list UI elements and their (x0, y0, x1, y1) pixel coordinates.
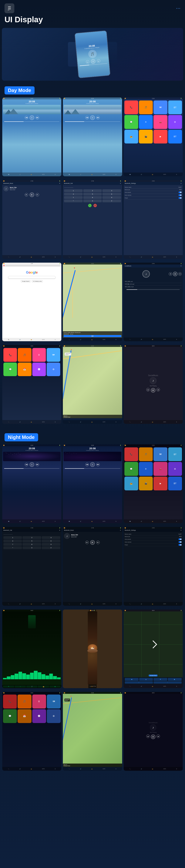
call-btn[interactable]: 📞 (88, 204, 91, 207)
cp-settings2-icon[interactable]: ⚙ (47, 363, 60, 376)
night-play-2[interactable]: ⏸ (90, 462, 95, 467)
night-bt-call-bottom[interactable]: 📞 🔊 📻 AUTO ⚙ (2, 602, 61, 606)
video-icon[interactable]: 🎬 (139, 130, 153, 144)
dial-9[interactable]: 9 (102, 196, 121, 199)
next-btn-1[interactable]: ▶▶ (36, 116, 39, 119)
dial-3[interactable]: 3 (102, 189, 121, 192)
prev-btn-2[interactable]: ◀◀ (85, 116, 89, 119)
cp-calendar-icon[interactable]: 📅 (18, 363, 31, 376)
ncp-music[interactable]: 🎵 (18, 694, 31, 708)
bt-app-icon[interactable]: BT (168, 100, 182, 114)
eq-icon-3[interactable]: 🎵 (26, 685, 37, 688)
google-search-bar[interactable] (8, 276, 55, 279)
night-wave-bottom-icons[interactable]: ≡ ♪ 🎵 📻 ⚙ (2, 685, 61, 688)
next-btn-2[interactable]: ▶▶ (96, 116, 100, 119)
night-bottom-2[interactable]: 📧 🔊 📻 AUTO ⚙ (63, 519, 122, 523)
night-bt-next[interactable]: ⏭ (96, 541, 100, 544)
lucky-btn[interactable]: I'm Feeling Lucky (32, 280, 43, 282)
radio-icon[interactable]: 📻 (125, 130, 138, 144)
nl-bt2[interactable]: BT (168, 476, 182, 490)
bottom-bar-2[interactable]: 📧 🔊 📻 AUTO ⚙ (63, 173, 122, 176)
night-bt-call-close[interactable]: ✕ (59, 530, 60, 531)
local-track-2[interactable]: 年华沉默_103.mp3 (125, 283, 182, 286)
bt-play[interactable]: ▶ (30, 192, 34, 197)
nl-chat[interactable]: 💬 (125, 462, 138, 476)
nl-settings[interactable]: ⚙ (168, 462, 182, 476)
map-bottom[interactable]: 📞 🔊 📻 AUTO ⚙ (63, 338, 122, 341)
dial-0[interactable]: 0 (83, 199, 102, 202)
night-np-prev[interactable]: ⏮ (146, 735, 150, 738)
auto-answer-toggle[interactable] (179, 191, 182, 193)
bt-music-bottom[interactable]: 📞 🔊 📻 AUTO ⚙ (2, 255, 61, 259)
map-app-icon[interactable]: 🗺 (154, 100, 167, 114)
carplay-icon[interactable]: 🚗 (154, 115, 167, 129)
local-music-bottom[interactable]: 📞 🔊 📻 AUTO ⚙ (124, 338, 183, 341)
bt-music-close[interactable]: ✕ (59, 183, 60, 184)
nl-tg[interactable]: ✈ (139, 462, 153, 476)
play-btn-2[interactable]: ⏸ (90, 115, 95, 120)
night-bt-prev[interactable]: ⏮ (85, 541, 89, 544)
night-bt-settings-bottom[interactable]: 📞 🔊 📻 AUTO ⚙ (124, 602, 183, 606)
bottom-bar-launcher[interactable]: 📧 🔊 📻 AUTO ⚙ (124, 173, 183, 176)
dots-menu-button[interactable]: ⋯ (176, 6, 181, 11)
youtube-icon[interactable]: ▶ (154, 130, 167, 144)
eq-icon-2[interactable]: ♪ (15, 685, 26, 688)
night-auto-answer-toggle[interactable] (179, 538, 182, 540)
logo-button[interactable]: ☰━━ (4, 3, 14, 13)
ncp-msg[interactable]: 💬 (3, 709, 17, 723)
not-playing-bottom[interactable]: 📞 🔊 📻 AUTO ⚙ (124, 420, 183, 424)
local-prev[interactable]: ⏮ (169, 272, 172, 276)
night-dial-7[interactable]: 7 (3, 543, 22, 546)
google-bottom[interactable]: 📞 🔊 📻 AUTO ⚙ (2, 338, 61, 341)
bt-call-close[interactable]: ✕ (120, 183, 121, 184)
bottom-bar-1[interactable]: 📧 🔊 📻 AUTO ⚙ (2, 173, 61, 176)
night-bt-music-close[interactable]: ✕ (120, 530, 121, 531)
night-prev-1[interactable]: ◀◀ (25, 463, 28, 466)
night-dial-1[interactable]: 1 (3, 536, 22, 539)
nl-radio[interactable]: 📻 (125, 476, 138, 490)
cp-podcast-icon[interactable]: 🎙 (32, 348, 46, 362)
ncp-pod[interactable]: 🎙 (32, 694, 46, 708)
nl-map[interactable]: 🗺 (154, 447, 167, 461)
night-np-bottom[interactable]: 📞 🔊 📻 AUTO ⚙ (124, 767, 183, 771)
bt-prev[interactable]: ⏮ (25, 193, 28, 196)
night-power-toggle[interactable] (179, 544, 182, 546)
night-dial-5[interactable]: 5 (23, 539, 41, 542)
google-search-btn[interactable]: Google Search (21, 280, 31, 282)
turn-ctrl-3[interactable]: ▼ (154, 678, 167, 681)
bt-settings-close[interactable]: ✕ (181, 183, 182, 184)
browser-bar[interactable] (2, 265, 61, 267)
turn-ctrl-4[interactable]: ▶ (168, 678, 182, 681)
night-dial-0[interactable]: 0 (23, 546, 41, 549)
local-next[interactable]: ⏭ (178, 272, 182, 276)
night-np-play[interactable]: ▶ (151, 735, 155, 739)
dial-8[interactable]: 8 (83, 196, 102, 199)
cp-music-icon[interactable]: 🎵 (18, 348, 31, 362)
ncp-cal[interactable]: 📅 (18, 709, 31, 723)
play-btn-1[interactable]: ⏸ (30, 115, 34, 120)
hero-play-btn[interactable]: ⏸ (90, 59, 96, 64)
dial-6[interactable]: 6 (102, 193, 121, 195)
turn-zoom-out[interactable]: − (154, 681, 182, 684)
night-dial-4[interactable]: 4 (3, 539, 22, 542)
bt-next[interactable]: ⏭ (36, 193, 39, 196)
nl-music[interactable]: 🎵 (139, 447, 153, 461)
night-dial-star[interactable]: * (3, 546, 22, 549)
nl-phone[interactable]: 📞 (125, 447, 138, 461)
night-prev-2[interactable]: ◀◀ (85, 463, 89, 466)
phone-app-icon[interactable]: 📞 (125, 100, 138, 114)
url-bar[interactable] (5, 265, 60, 266)
nav-bottom[interactable]: 📞 🔊 📻 AUTO ⚙ (63, 420, 122, 424)
dial-2[interactable]: 2 (83, 189, 102, 192)
night-np-next[interactable]: ⏭ (157, 735, 160, 738)
go-button[interactable]: GO (63, 335, 121, 337)
nl-video[interactable]: 🎬 (139, 476, 153, 490)
night-auto-connect-toggle[interactable] (179, 541, 182, 543)
local-play[interactable]: ▶ (173, 272, 178, 276)
night-dial-6[interactable]: 6 (42, 539, 60, 542)
cp-appstore-icon[interactable]: 🅐 (32, 363, 46, 376)
night-map-bottom[interactable]: 📞 🔊 📻 AUTO ⚙ (63, 767, 122, 771)
turn-zoom-in[interactable]: + (125, 681, 153, 684)
night-dial-hash[interactable]: # (42, 546, 60, 549)
night-bt-settings-close[interactable]: ✕ (181, 530, 182, 531)
